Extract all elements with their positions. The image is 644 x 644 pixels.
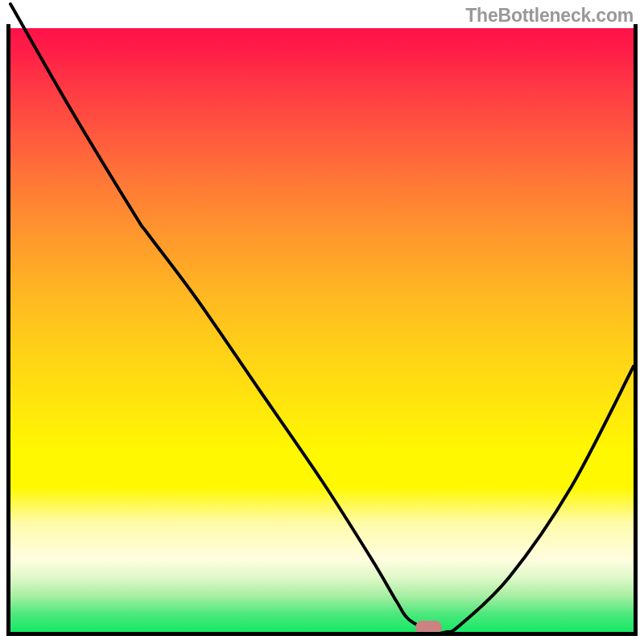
watermark-text: TheBottleneck.com	[465, 5, 634, 27]
bottleneck-chart: TheBottleneck.com	[0, 0, 644, 644]
axis-bottom	[6, 632, 638, 636]
bottleneck-curve-path	[10, 4, 634, 633]
axis-left	[6, 24, 10, 636]
curve-svg	[10, 28, 634, 632]
axis-right	[634, 24, 638, 636]
